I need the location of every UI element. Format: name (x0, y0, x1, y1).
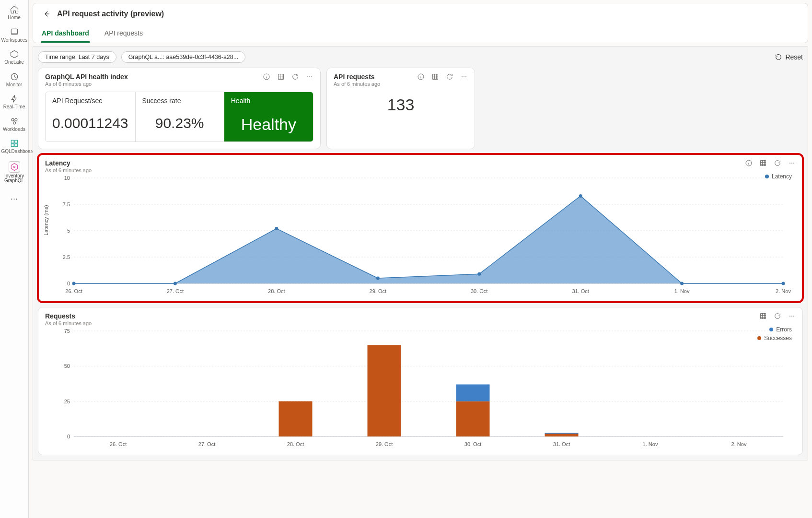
requests-title: Requests (45, 312, 92, 320)
svg-point-41 (376, 277, 380, 280)
svg-point-16 (311, 76, 312, 77)
content-scroll[interactable]: Time range: Last 7 days GraphQL a...: aa… (29, 43, 812, 518)
svg-rect-71 (545, 434, 579, 436)
svg-text:5: 5 (67, 228, 70, 234)
svg-marker-1 (11, 51, 18, 58)
latency-toolbar (745, 159, 796, 167)
nav-workspaces[interactable]: Workspaces (0, 25, 28, 45)
nav-onelake[interactable]: OneLake (0, 47, 28, 67)
svg-point-42 (477, 272, 481, 276)
monitor-icon (10, 72, 19, 82)
nav-realtime[interactable]: Real-Time (0, 92, 28, 112)
svg-text:10: 10 (64, 175, 70, 181)
card-api-requests: API requests As of 6 minutes ago 133 (326, 68, 475, 149)
svg-rect-23 (761, 161, 766, 166)
requests-chart[interactable]: 025507526. Oct27. Oct28. Oct29. Oct30. O… (45, 326, 793, 451)
api-requests-value: 133 (334, 95, 468, 114)
svg-text:31. Oct: 31. Oct (572, 288, 589, 294)
kpi-grid: API Request/sec 0.00011243 Success rate … (45, 92, 313, 142)
svg-point-55 (789, 316, 790, 317)
info-icon[interactable] (417, 73, 425, 81)
card-health-subtitle: As of 6 minutes ago (45, 81, 128, 87)
more-icon[interactable] (306, 73, 313, 81)
svg-point-56 (791, 316, 792, 317)
svg-text:25: 25 (64, 399, 70, 404)
nav-gqldashboard-label: GQLDashboard (1, 149, 27, 154)
filter-time-range[interactable]: Time range: Last 7 days (38, 51, 116, 63)
filter-row: Time range: Last 7 days GraphQL a...: aa… (38, 51, 803, 63)
svg-text:26. Oct: 26. Oct (110, 441, 127, 447)
nav-inventory-graphql[interactable]: Inventory GraphQL (0, 159, 28, 186)
kpi-health-label: Health (231, 97, 306, 105)
nav-gqldashboard[interactable]: GQLDashboard (0, 137, 28, 156)
more-icon[interactable] (788, 159, 796, 167)
refresh-icon[interactable] (446, 73, 453, 81)
svg-rect-68 (368, 345, 401, 436)
reset-button[interactable]: Reset (775, 53, 803, 61)
svg-point-39 (174, 282, 177, 285)
card-api-requests-toolbar (417, 73, 468, 81)
svg-rect-70 (456, 384, 490, 401)
nav-home-label: Home (8, 15, 21, 21)
svg-point-24 (789, 163, 790, 164)
svg-text:1. Nov: 1. Nov (674, 288, 690, 294)
refresh-icon[interactable] (774, 312, 781, 320)
svg-text:0: 0 (67, 434, 70, 439)
svg-text:75: 75 (64, 328, 70, 334)
svg-text:28. Oct: 28. Oct (268, 288, 285, 294)
refresh-icon[interactable] (291, 73, 299, 81)
svg-text:50: 50 (64, 363, 70, 369)
filter-graphql-app[interactable]: GraphQL a...: aae539de-0c3f-4436-a28... (121, 51, 246, 63)
svg-rect-72 (545, 433, 579, 434)
nav-monitor-label: Monitor (6, 82, 22, 88)
latency-chart-wrap: Latency Latency (ms) 02.557.51026. Oct27… (45, 173, 796, 298)
nav-monitor[interactable]: Monitor (0, 70, 28, 90)
requests-toolbar (759, 312, 796, 320)
inventory-graphql-icon (10, 162, 19, 172)
kpi-req-sec-value: 0.00011243 (52, 115, 128, 131)
nav-onelake-label: OneLake (4, 60, 24, 65)
svg-text:0: 0 (67, 281, 70, 286)
nav-workspaces-label: Workspaces (1, 38, 27, 43)
svg-rect-18 (433, 74, 438, 80)
svg-text:26. Oct: 26. Oct (65, 288, 82, 294)
tab-api-dashboard[interactable]: API dashboard (41, 24, 90, 43)
svg-rect-67 (279, 401, 313, 436)
svg-text:7.5: 7.5 (63, 201, 70, 207)
realtime-icon (10, 94, 19, 104)
requests-legend: Errors Successes (757, 326, 792, 343)
table-icon[interactable] (431, 73, 439, 81)
nav-more[interactable]: … (0, 188, 28, 203)
kpi-success-rate: Success rate 90.23% (136, 92, 224, 141)
svg-rect-69 (456, 401, 490, 436)
table-icon[interactable] (277, 73, 285, 81)
nav-workloads-label: Workloads (3, 127, 25, 132)
more-icon[interactable] (460, 73, 468, 81)
latency-chart[interactable]: 02.557.51026. Oct27. Oct28. Oct29. Oct30… (45, 173, 793, 298)
kpi-success-label: Success rate (142, 97, 217, 105)
reset-label: Reset (785, 53, 803, 61)
more-icon[interactable] (788, 312, 796, 320)
svg-text:27. Oct: 27. Oct (198, 441, 215, 447)
svg-text:30. Oct: 30. Oct (471, 288, 487, 294)
nav-more-label: … (11, 193, 18, 201)
requests-legend-errors: Errors (776, 326, 792, 333)
info-icon[interactable] (745, 159, 753, 167)
nav-inventory-graphql-label: Inventory GraphQL (1, 174, 27, 184)
kpi-req-sec-label: API Request/sec (52, 97, 128, 105)
svg-rect-7 (14, 140, 17, 143)
refresh-icon[interactable] (774, 159, 781, 167)
svg-point-3 (12, 118, 14, 121)
workloads-icon (10, 117, 19, 126)
tab-api-requests[interactable]: API requests (104, 24, 144, 43)
info-icon[interactable] (263, 73, 270, 81)
table-icon[interactable] (759, 159, 767, 167)
svg-rect-9 (14, 144, 17, 147)
requests-subtitle: As of 6 minutes ago (45, 320, 92, 326)
header-tabs: API dashboard API requests (41, 24, 800, 43)
kpi-req-sec: API Request/sec 0.00011243 (46, 92, 136, 141)
table-icon[interactable] (759, 312, 767, 320)
nav-home[interactable]: Home (0, 3, 28, 23)
back-button[interactable] (41, 8, 52, 20)
nav-workloads[interactable]: Workloads (0, 115, 28, 134)
